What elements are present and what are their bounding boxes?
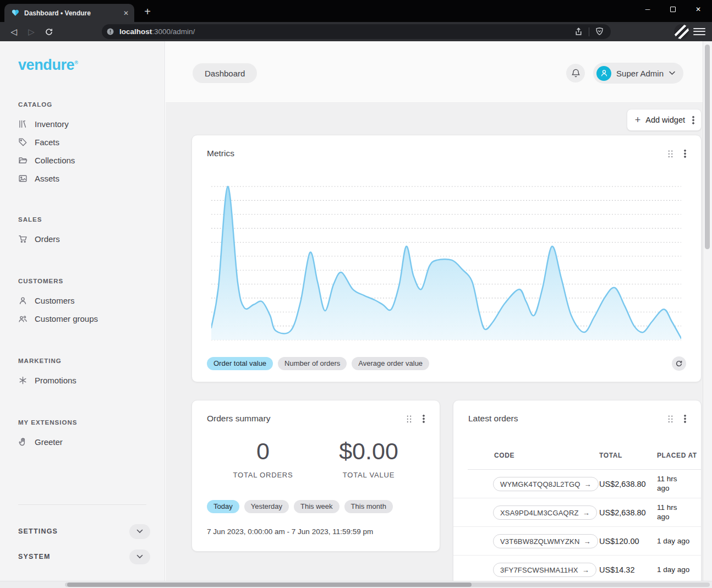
order-total: US$14.32 bbox=[599, 556, 635, 584]
maximize-button[interactable] bbox=[660, 0, 686, 19]
order-code-link[interactable]: V3T6BW8ZQLWMYZKN → bbox=[493, 534, 598, 548]
sidebar-item[interactable]: Greeter bbox=[0, 433, 165, 451]
window-controls: ─ ✕ bbox=[635, 0, 711, 19]
range-chip[interactable]: This week bbox=[294, 500, 339, 513]
metric-chip[interactable]: Average order value bbox=[352, 357, 429, 370]
chevron-down-icon bbox=[136, 529, 143, 534]
reload-button[interactable] bbox=[41, 22, 57, 41]
expand-button[interactable] bbox=[129, 549, 150, 564]
vendure-admin-app: vendure® CATALOG Inventory bbox=[0, 41, 712, 588]
browser-menu-icon[interactable] bbox=[693, 26, 705, 37]
sidebar-item[interactable]: Assets bbox=[0, 169, 165, 188]
kebab-menu-icon[interactable] bbox=[684, 414, 686, 423]
order-total: US$120.00 bbox=[599, 527, 639, 556]
sidebar-section-label: MY EXTENSIONS bbox=[18, 419, 165, 426]
chevron-down-icon bbox=[136, 554, 143, 559]
browser-tab[interactable]: Dashboard • Vendure ✕ bbox=[4, 4, 134, 22]
sidebar-section-label: MARKETING bbox=[18, 358, 165, 364]
stat-label: TOTAL VALUE bbox=[333, 471, 404, 479]
stat-value: $0.00 bbox=[333, 438, 404, 465]
expand-button[interactable] bbox=[129, 524, 150, 539]
close-window-button[interactable]: ✕ bbox=[686, 0, 711, 19]
folder-icon bbox=[18, 156, 28, 165]
metric-chip[interactable]: Order total value bbox=[207, 357, 273, 370]
url-host: localhost bbox=[119, 28, 152, 36]
reload-icon bbox=[45, 28, 53, 36]
table-row: WYMGK4TQQ8JL2TGQ → US$2,638.80 11 hrs ag… bbox=[453, 470, 701, 498]
add-widget-kebab-icon[interactable] bbox=[692, 116, 694, 124]
widget-title: Metrics bbox=[207, 149, 667, 158]
range-chip[interactable]: Today bbox=[207, 500, 239, 513]
sidebar-footer-label: SETTINGS bbox=[18, 527, 129, 535]
brave-shield-icon[interactable] bbox=[595, 27, 604, 36]
back-button[interactable]: ◁ bbox=[6, 22, 22, 41]
vertical-scrollbar[interactable] bbox=[703, 41, 712, 588]
metric-chip[interactable]: Number of orders bbox=[278, 357, 347, 370]
order-code: XSA9PD4LM3CGAQRZ bbox=[500, 509, 579, 517]
orders-summary-widget: Orders summary 0 TOTAL ORDERS $0.00 TOTA… bbox=[191, 400, 440, 552]
vertical-scrollbar-thumb[interactable] bbox=[705, 45, 710, 249]
notifications-button[interactable] bbox=[566, 64, 585, 83]
info-icon bbox=[106, 28, 114, 36]
sidebar-item[interactable]: Promotions bbox=[0, 371, 165, 389]
horizontal-scrollbar[interactable] bbox=[0, 581, 712, 588]
minimize-button[interactable]: ─ bbox=[635, 0, 660, 19]
range-chip[interactable]: This month bbox=[344, 500, 393, 513]
url-text: localhost:3000/admin/ bbox=[119, 28, 195, 36]
sidebar-item-label: Customers bbox=[35, 296, 75, 305]
url-bar[interactable]: localhost:3000/admin/ bbox=[102, 24, 611, 39]
kebab-menu-icon[interactable] bbox=[684, 149, 686, 158]
table-row: V3T6BW8ZQLWMYZKN → US$120.00 1 day ago bbox=[453, 527, 701, 556]
new-tab-button[interactable]: + bbox=[141, 5, 154, 18]
library-icon bbox=[18, 119, 28, 129]
sidebar-item[interactable]: Collections bbox=[0, 151, 165, 169]
metric-selector: Order total value Number of orders Avera… bbox=[207, 357, 429, 370]
add-widget-button[interactable]: + Add widget bbox=[627, 109, 702, 131]
order-code-link[interactable]: XSA9PD4LM3CGAQRZ → bbox=[493, 505, 597, 520]
sidebar-section-label: SALES bbox=[18, 216, 165, 223]
sidebar-footer-label: SYSTEM bbox=[18, 553, 129, 560]
forward-button[interactable]: ▷ bbox=[23, 22, 40, 41]
breadcrumb[interactable]: Dashboard bbox=[193, 63, 257, 83]
user-menu[interactable]: Super Admin bbox=[593, 63, 683, 84]
sidebar-section-label: CUSTOMERS bbox=[18, 278, 165, 284]
horizontal-scrollbar-thumb[interactable] bbox=[67, 582, 472, 587]
chevron-down-icon bbox=[669, 71, 676, 75]
sidebar-item[interactable]: Orders bbox=[0, 230, 165, 248]
sidebar-item[interactable]: Customer groups bbox=[0, 310, 165, 328]
stat-block: $0.00 TOTAL VALUE bbox=[333, 438, 404, 479]
drag-handle-icon[interactable] bbox=[406, 415, 412, 423]
sidebar-footer-row[interactable]: SETTINGS bbox=[0, 523, 165, 540]
users-icon bbox=[18, 314, 28, 323]
share-icon[interactable] bbox=[574, 27, 583, 36]
sidebar-item-label: Facets bbox=[35, 138, 59, 147]
sidebar-item[interactable]: Inventory bbox=[0, 115, 165, 133]
sidebar-section: MARKETING Promotions bbox=[0, 358, 165, 389]
range-chip[interactable]: Yesterday bbox=[244, 500, 289, 513]
order-code-link[interactable]: 3FY7FSCWSHMA11HX → bbox=[493, 563, 596, 577]
dashboard-content: + Add widget Metrics bbox=[166, 103, 712, 588]
widget-title: Latest orders bbox=[468, 414, 667, 424]
refresh-icon bbox=[675, 360, 683, 367]
date-range-text: 7 Jun 2023, 0:00:00 am - 7 Jun 2023, 11:… bbox=[207, 527, 373, 536]
kebab-menu-icon[interactable] bbox=[423, 414, 425, 423]
browser-window: Dashboard • Vendure ✕ + ─ ✕ ◁ ▷ localhos… bbox=[0, 0, 712, 588]
vendure-logo[interactable]: vendure® bbox=[18, 57, 78, 74]
order-placed-at: 1 day ago bbox=[657, 527, 689, 556]
order-placed-at: 1 day ago bbox=[657, 556, 689, 584]
tab-close-icon[interactable]: ✕ bbox=[123, 9, 129, 17]
tag-icon bbox=[18, 138, 28, 147]
profile-avatar[interactable] bbox=[674, 24, 689, 39]
drag-handle-icon[interactable] bbox=[667, 150, 673, 158]
sidebar-item[interactable]: Customers bbox=[0, 292, 165, 310]
sidebar-section-label: CATALOG bbox=[18, 101, 165, 108]
order-code-link[interactable]: WYMGK4TQQ8JL2TGQ → bbox=[493, 477, 599, 491]
sidebar-item[interactable]: Facets bbox=[0, 133, 165, 151]
table-header: CODE TOTAL PLACED AT bbox=[453, 452, 701, 469]
drag-handle-icon[interactable] bbox=[667, 415, 673, 423]
sidebar-footer-row[interactable]: SYSTEM bbox=[0, 548, 165, 565]
refresh-button[interactable] bbox=[672, 356, 686, 371]
order-code: WYMGK4TQQ8JL2TGQ bbox=[500, 480, 580, 488]
tab-strip: Dashboard • Vendure ✕ + ─ ✕ bbox=[0, 0, 712, 22]
arrow-right-icon: → bbox=[584, 480, 591, 488]
